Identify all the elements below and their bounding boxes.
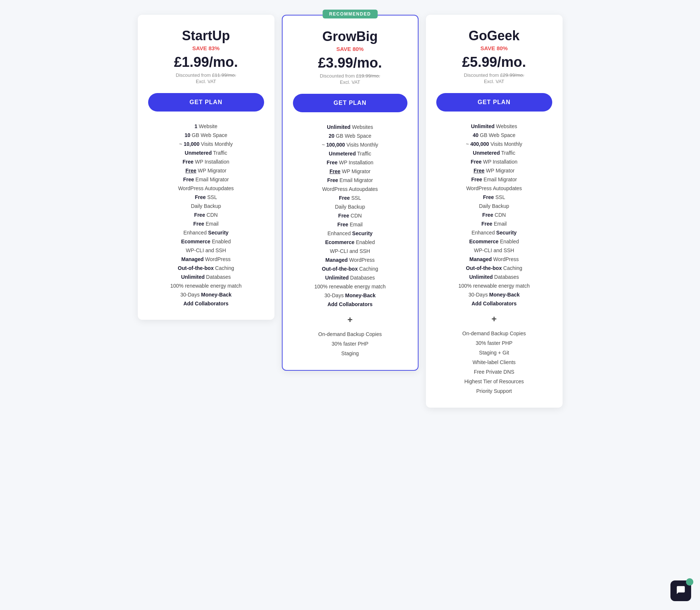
feature-item: 100% renewable energy match: [293, 282, 407, 291]
plan-name: GrowBig: [293, 29, 407, 44]
feature-item: 10 GB Web Space: [148, 131, 264, 140]
feature-item: Free Email Migrator: [148, 175, 264, 184]
feature-item: Unmetered Traffic: [293, 149, 407, 158]
recommended-badge: RECOMMENDED: [322, 10, 378, 18]
get-plan-button[interactable]: GET PLAN: [293, 94, 407, 112]
plan-price: £3.99/mo.: [293, 55, 407, 71]
feature-item: Out-of-the-box Caching: [148, 264, 264, 273]
feature-item: Enhanced Security: [293, 229, 407, 238]
feature-item: Daily Backup: [148, 202, 264, 210]
plan-name: GoGeek: [436, 28, 552, 44]
feature-item: Add Collaborators: [148, 299, 264, 308]
feature-item: Unmetered Traffic: [436, 148, 552, 157]
extra-feature-item: Staging: [293, 349, 407, 358]
extra-feature-item: On-demand Backup Copies: [436, 329, 552, 338]
chat-widget[interactable]: [670, 580, 691, 601]
feature-item: 40 GB Web Space: [436, 131, 552, 140]
feature-item: Free WP Installation: [293, 158, 407, 167]
feature-item: Free WP Installation: [148, 157, 264, 166]
plan-save: SAVE 83%: [148, 45, 264, 51]
extra-feature-item: Staging + Git: [436, 348, 552, 357]
extra-features-list: On-demand Backup Copies30% faster PHPSta…: [436, 329, 552, 396]
feature-item: Free Email: [436, 219, 552, 228]
feature-item: Add Collaborators: [436, 299, 552, 308]
feature-item: Managed WordPress: [148, 255, 264, 264]
feature-item: ~ 400,000 Visits Monthly: [436, 140, 552, 148]
feature-item: Free CDN: [436, 210, 552, 219]
feature-item: WP-CLI and SSH: [293, 247, 407, 256]
feature-item: 1 Website: [148, 122, 264, 131]
feature-item: Unlimited Databases: [436, 273, 552, 281]
get-plan-button[interactable]: GET PLAN: [436, 93, 552, 112]
feature-item: Free SSL: [436, 193, 552, 202]
feature-item: Unmetered Traffic: [148, 148, 264, 157]
feature-item: Free SSL: [148, 193, 264, 202]
feature-item: 30-Days Money-Back: [148, 290, 264, 299]
plan-excl-vat: Excl. VAT: [148, 79, 264, 84]
feature-item: Free SSL: [293, 193, 407, 202]
extra-feature-item: White-label Clients: [436, 357, 552, 367]
feature-item: Unlimited Databases: [148, 273, 264, 281]
feature-item: Unlimited Websites: [436, 122, 552, 131]
plan-discounted-from: Discounted from £11.99/mo.: [148, 72, 264, 78]
feature-item: Managed WordPress: [436, 255, 552, 264]
feature-item: ~ 100,000 Visits Monthly: [293, 140, 407, 149]
feature-item: Daily Backup: [436, 202, 552, 210]
feature-item: ~ 10,000 Visits Monthly: [148, 140, 264, 148]
feature-item: Ecommerce Enabled: [293, 238, 407, 247]
feature-item: Free CDN: [293, 211, 407, 220]
extra-feature-item: Free Private DNS: [436, 367, 552, 377]
feature-item: Add Collaborators: [293, 300, 407, 309]
plan-excl-vat: Excl. VAT: [293, 79, 407, 85]
extra-features-list: On-demand Backup Copies30% faster PHPSta…: [293, 329, 407, 358]
feature-item: Daily Backup: [293, 202, 407, 211]
extra-feature-item: Highest Tier of Resources: [436, 377, 552, 386]
feature-item: Enhanced Security: [436, 228, 552, 237]
plan-name: StartUp: [148, 28, 264, 44]
extra-feature-item: On-demand Backup Copies: [293, 329, 407, 339]
feature-item: 20 GB Web Space: [293, 131, 407, 140]
chat-icon: [676, 585, 686, 596]
feature-item: 30-Days Money-Back: [293, 291, 407, 300]
feature-item: Unlimited Websites: [293, 123, 407, 131]
feature-item: Out-of-the-box Caching: [436, 264, 552, 273]
plan-discounted-from: Discounted from £29.99/mo.: [436, 72, 552, 78]
feature-item: Free CDN: [148, 210, 264, 219]
chat-badge: [686, 578, 693, 586]
feature-item: 100% renewable energy match: [436, 281, 552, 290]
feature-item: Free Email: [148, 219, 264, 228]
feature-item: Free WP Migrator: [293, 167, 407, 176]
feature-item: Free Email Migrator: [436, 175, 552, 184]
extra-feature-item: Priority Support: [436, 386, 552, 396]
plus-separator: +: [293, 315, 407, 325]
features-list: Unlimited Websites20 GB Web Space~ 100,0…: [293, 123, 407, 309]
feature-item: WordPress Autoupdates: [293, 185, 407, 193]
feature-item: WP-CLI and SSH: [148, 246, 264, 255]
plan-card-gogeek: GoGeekSAVE 80%£5.99/mo.Discounted from £…: [426, 15, 563, 408]
feature-item: Ecommerce Enabled: [148, 237, 264, 246]
plus-separator: +: [436, 314, 552, 324]
feature-item: 100% renewable energy match: [148, 281, 264, 290]
plan-discounted-from: Discounted from £19.99/mo.: [293, 73, 407, 79]
plan-price: £1.99/mo.: [148, 54, 264, 70]
extra-feature-item: 30% faster PHP: [293, 339, 407, 349]
feature-item: Free WP Migrator: [436, 166, 552, 175]
features-list: Unlimited Websites40 GB Web Space~ 400,0…: [436, 122, 552, 308]
feature-item: Free WP Migrator: [148, 166, 264, 175]
get-plan-button[interactable]: GET PLAN: [148, 93, 264, 112]
feature-item: WordPress Autoupdates: [148, 184, 264, 193]
pricing-wrapper: StartUpSAVE 83%£1.99/mo.Discounted from …: [129, 15, 572, 408]
feature-item: Free Email Migrator: [293, 176, 407, 185]
features-list: 1 Website10 GB Web Space~ 10,000 Visits …: [148, 122, 264, 308]
feature-item: Managed WordPress: [293, 256, 407, 264]
plan-card-startup: StartUpSAVE 83%£1.99/mo.Discounted from …: [138, 15, 274, 320]
plan-excl-vat: Excl. VAT: [436, 79, 552, 84]
feature-item: 30-Days Money-Back: [436, 290, 552, 299]
feature-item: Free WP Installation: [436, 157, 552, 166]
extra-feature-item: 30% faster PHP: [436, 338, 552, 348]
feature-item: Out-of-the-box Caching: [293, 264, 407, 273]
plan-save: SAVE 80%: [436, 45, 552, 51]
feature-item: WordPress Autoupdates: [436, 184, 552, 193]
feature-item: Ecommerce Enabled: [436, 237, 552, 246]
feature-item: Unlimited Databases: [293, 273, 407, 282]
